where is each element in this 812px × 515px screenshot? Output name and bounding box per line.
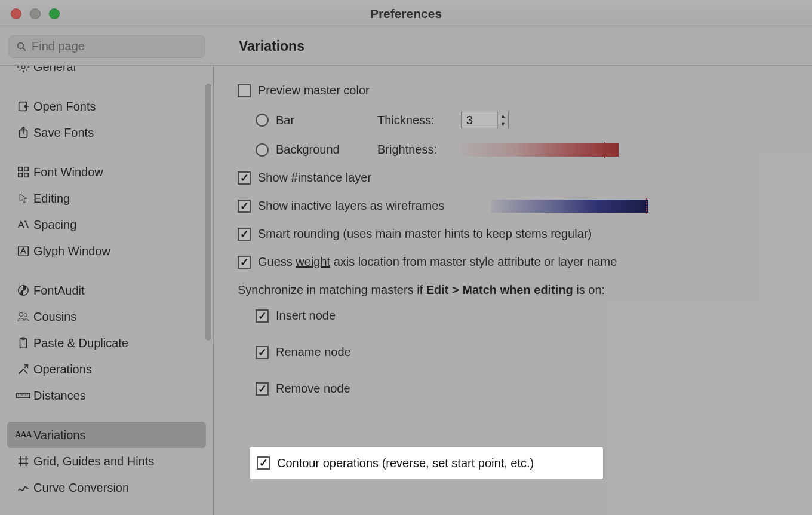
gear-icon bbox=[13, 66, 33, 73]
sidebar-item-curve-conversion[interactable]: Curve Conversion bbox=[7, 474, 206, 501]
minimize-window-button[interactable] bbox=[30, 8, 41, 19]
sidebar-item-label: Open Fonts bbox=[33, 100, 96, 114]
page-heading: Variations bbox=[239, 38, 304, 54]
bar-label: Bar bbox=[276, 114, 377, 127]
sidebar-item-label: Grid, Guides and Hints bbox=[33, 455, 154, 468]
sync-rename-checkbox[interactable] bbox=[256, 346, 269, 359]
sync-remove-row: Remove node bbox=[256, 382, 812, 396]
sidebar-item-font-window[interactable]: Font Window bbox=[7, 159, 206, 185]
sidebar-item-label: FontAudit bbox=[33, 284, 85, 298]
sync-remove-label: Remove node bbox=[276, 382, 350, 396]
sidebar-item-save-fonts[interactable]: Save Fonts bbox=[7, 119, 206, 146]
svg-point-12 bbox=[24, 314, 27, 317]
sidebar-item-open-fonts[interactable]: Open Fonts bbox=[7, 93, 206, 119]
preferences-window: Preferences Find page Variations General… bbox=[0, 0, 812, 515]
sidebar-item-editing[interactable]: Editing bbox=[7, 185, 206, 211]
search-placeholder: Find page bbox=[32, 39, 85, 53]
wireframes-checkbox[interactable] bbox=[238, 200, 251, 213]
sidebar-item-cousins[interactable]: Cousins bbox=[7, 304, 206, 330]
guess-weight-checkbox[interactable] bbox=[238, 256, 251, 269]
preview-master-color-row: Preview master color bbox=[238, 84, 812, 97]
close-window-button[interactable] bbox=[11, 8, 21, 19]
spacing-icon bbox=[13, 218, 33, 231]
search-input[interactable]: Find page bbox=[8, 35, 205, 58]
variations-icon: AAA bbox=[13, 430, 33, 440]
sidebar-item-label: Cousins bbox=[33, 310, 76, 324]
window-controls bbox=[11, 8, 60, 19]
sync-insert-label: Insert node bbox=[276, 309, 336, 323]
export-icon bbox=[13, 126, 33, 139]
sidebar-item-general[interactable]: General bbox=[7, 66, 206, 80]
bar-row: Bar Thickness: 3 ▲▼ bbox=[256, 112, 812, 128]
preview-master-color-checkbox[interactable] bbox=[238, 84, 251, 97]
zoom-window-button[interactable] bbox=[49, 8, 60, 19]
sidebar-item-fontaudit[interactable]: FontAudit bbox=[7, 277, 206, 304]
people-icon bbox=[13, 310, 33, 323]
sidebar-item-label: Variations bbox=[33, 428, 85, 442]
sidebar-item-glyph-window[interactable]: Glyph Window bbox=[7, 238, 206, 264]
sidebar-item-label: Curve Conversion bbox=[33, 481, 129, 495]
sidebar-item-label: Glyph Window bbox=[33, 244, 110, 258]
sync-contour-label: Contour operations (reverse, set start p… bbox=[277, 456, 534, 470]
scribble-icon bbox=[13, 481, 33, 494]
sidebar-item-label: General bbox=[33, 66, 76, 74]
bar-radio[interactable] bbox=[256, 114, 269, 127]
smart-rounding-row: Smart rounding (uses main master hints t… bbox=[238, 227, 812, 241]
sidebar-item-grid-guides-hints[interactable]: Grid, Guides and Hints bbox=[7, 448, 206, 474]
svg-point-11 bbox=[19, 312, 23, 316]
grid-icon bbox=[13, 165, 33, 179]
window-title: Preferences bbox=[0, 7, 812, 21]
glyph-window-icon bbox=[13, 244, 33, 258]
hash-icon bbox=[13, 455, 33, 468]
import-icon bbox=[13, 100, 33, 113]
thickness-label: Thickness: bbox=[377, 114, 461, 127]
sidebar-item-label: Font Window bbox=[33, 165, 103, 179]
svg-rect-6 bbox=[24, 167, 28, 171]
sync-rename-label: Rename node bbox=[276, 345, 351, 359]
guess-weight-row: Guess weight axis location from master s… bbox=[238, 255, 812, 269]
toolbar: Find page Variations bbox=[0, 27, 812, 66]
yinyang-icon bbox=[13, 284, 33, 297]
sync-rename-row: Rename node bbox=[256, 345, 812, 359]
smart-rounding-checkbox[interactable] bbox=[238, 228, 251, 241]
brightness-label: Brightness: bbox=[377, 143, 461, 157]
svg-rect-8 bbox=[24, 173, 28, 177]
sync-insert-checkbox[interactable] bbox=[256, 309, 269, 323]
wireframes-row: Show inactive layers as wireframes bbox=[238, 199, 812, 213]
thickness-stepper[interactable]: 3 ▲▼ bbox=[461, 112, 509, 128]
search-icon bbox=[16, 41, 27, 52]
clipboard-icon bbox=[13, 336, 33, 350]
sidebar-item-label: Editing bbox=[33, 192, 70, 206]
preview-master-color-label: Preview master color bbox=[258, 84, 370, 97]
tools-icon bbox=[13, 363, 33, 376]
sidebar-item-label: Operations bbox=[33, 363, 92, 376]
sidebar-item-operations[interactable]: Operations bbox=[7, 356, 206, 382]
sidebar-item-distances[interactable]: Distances bbox=[7, 382, 206, 409]
sync-insert-row: Insert node bbox=[256, 309, 812, 323]
svg-rect-5 bbox=[19, 167, 22, 171]
svg-rect-13 bbox=[20, 339, 27, 348]
svg-point-2 bbox=[21, 66, 25, 69]
background-row: Background Brightness: bbox=[256, 143, 812, 157]
sidebar: General Open Fonts Save Fonts Font Windo… bbox=[0, 66, 214, 515]
sidebar-item-variations[interactable]: AAA Variations bbox=[7, 422, 206, 448]
sidebar-item-paste-duplicate[interactable]: Paste & Duplicate bbox=[7, 330, 206, 356]
show-instance-checkbox[interactable] bbox=[238, 171, 251, 185]
svg-line-1 bbox=[23, 48, 26, 51]
background-label: Background bbox=[276, 143, 377, 157]
brightness-slider[interactable] bbox=[461, 143, 619, 157]
sidebar-item-label: Save Fonts bbox=[33, 126, 94, 140]
wireframes-label: Show inactive layers as wireframes bbox=[258, 199, 491, 213]
background-radio[interactable] bbox=[256, 143, 269, 157]
sidebar-item-label: Paste & Duplicate bbox=[33, 336, 128, 350]
sync-contour-row: Contour operations (reverse, set start p… bbox=[250, 447, 603, 479]
stepper-buttons[interactable]: ▲▼ bbox=[497, 112, 508, 128]
sync-contour-checkbox[interactable] bbox=[257, 456, 270, 470]
wireframe-color-slider[interactable] bbox=[491, 200, 648, 213]
sync-remove-checkbox[interactable] bbox=[256, 382, 269, 396]
sidebar-item-spacing[interactable]: Spacing bbox=[7, 211, 206, 238]
titlebar: Preferences bbox=[0, 0, 812, 27]
sidebar-scrollbar-thumb[interactable] bbox=[205, 84, 211, 341]
sidebar-item-label: Spacing bbox=[33, 218, 76, 232]
show-instance-label: Show #instance layer bbox=[258, 171, 371, 185]
